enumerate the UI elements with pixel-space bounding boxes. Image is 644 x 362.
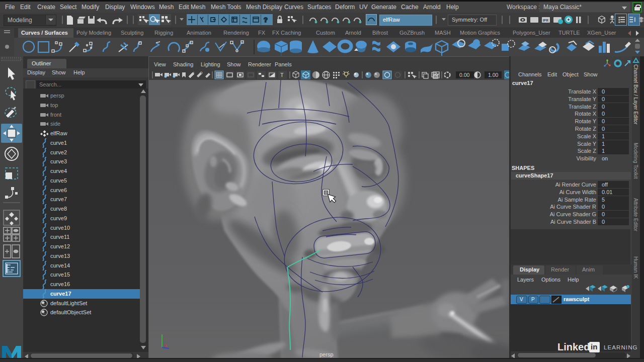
svg-text:x: x [165,343,167,348]
svg-text:IPR: IPR [543,19,548,22]
svg-text:?: ? [264,16,268,24]
svg-text:0.00: 0.00 [459,72,470,78]
svg-text:persp: persp [319,351,334,357]
svg-text:1.00: 1.00 [488,72,499,78]
svg-text:T: T [280,72,284,78]
